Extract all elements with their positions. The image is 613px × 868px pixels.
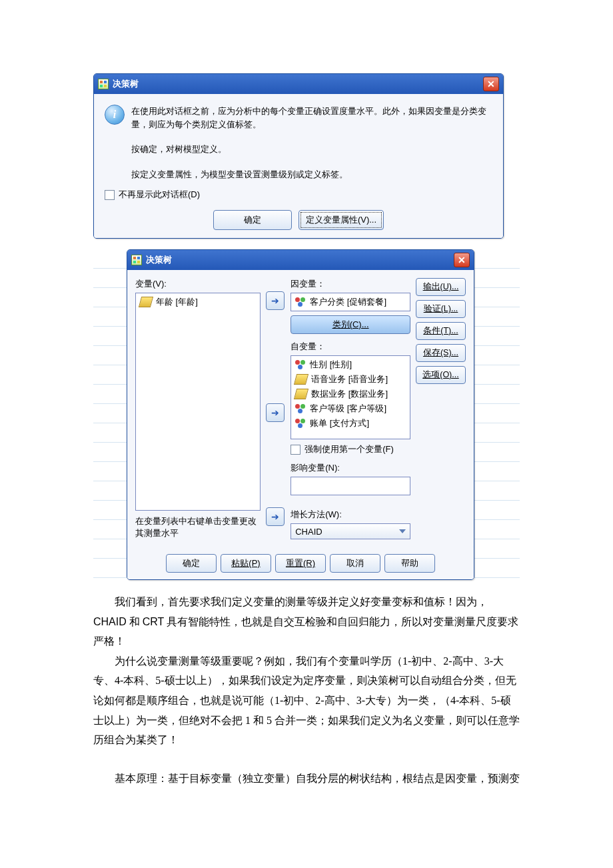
growth-method-label: 增长方法(W):	[291, 509, 410, 521]
dependent-field[interactable]: 客户分类 [促销套餐]	[291, 293, 410, 311]
dependent-label: 因变量：	[291, 278, 410, 290]
dialog-decision-tree: 决策树 ✕ 变量(V): 年龄 [年龄] 在变量列表中右键单击变量更改其测量水平	[127, 249, 474, 580]
force-first-checkbox[interactable]	[291, 445, 301, 455]
ok-button[interactable]: 确定	[213, 210, 292, 230]
independent-label: 自变量：	[291, 341, 410, 353]
ruler-icon	[139, 297, 153, 307]
help-button[interactable]: 帮助	[384, 554, 435, 573]
dialog-title: 决策树	[146, 254, 172, 266]
dont-show-label: 不再显示此对话框(D)	[119, 189, 200, 201]
paragraph: 我们看到，首先要求我们定义变量的测量等级并定义好变量变标和值标！因为，CHAID…	[93, 592, 520, 651]
nominal-icon	[295, 419, 306, 428]
move-to-dependent-button[interactable]: ➔	[266, 291, 285, 310]
validate-button[interactable]: 验证(L)...	[416, 300, 466, 318]
save-button[interactable]: 保存(S)...	[416, 344, 466, 362]
independent-listbox[interactable]: 性别 [性别] 语音业务 [语音业务] 数据业务 [数据业务] 客户等级 [客户…	[291, 355, 410, 439]
list-item[interactable]: 客户分类 [促销套餐]	[293, 295, 408, 309]
titlebar: 决策树 ✕	[127, 250, 474, 270]
list-item[interactable]: 性别 [性别]	[293, 357, 408, 372]
list-item[interactable]: 客户等级 [客户等级]	[293, 401, 408, 416]
variables-listbox[interactable]: 年龄 [年龄]	[135, 293, 261, 511]
app-icon	[98, 79, 109, 89]
ok-button[interactable]: 确定	[166, 554, 217, 573]
variables-label: 变量(V):	[135, 278, 261, 290]
titlebar: 决策树 ✕	[94, 74, 503, 94]
categories-button[interactable]: 类别(C)...	[291, 315, 410, 334]
close-icon[interactable]: ✕	[454, 253, 470, 267]
define-vars-button[interactable]: 定义变量属性(V)...	[299, 210, 384, 230]
app-icon	[131, 255, 142, 265]
hint-text: 在变量列表中右键单击变量更改其测量水平	[135, 516, 261, 539]
info-icon: i	[105, 105, 125, 125]
dont-show-checkbox[interactable]	[105, 190, 115, 200]
dialog-title: 决策树	[113, 78, 139, 90]
list-item[interactable]: 年龄 [年龄]	[137, 295, 259, 309]
paste-button[interactable]: 粘贴(P)	[221, 554, 271, 573]
info-paragraph: 按确定，对树模型定义。	[131, 143, 492, 156]
growth-method-select[interactable]: CHAID	[291, 523, 410, 539]
influence-label: 影响变量(N):	[291, 462, 410, 474]
info-paragraph: 按定义变量属性，为模型变量设置测量级别或定义标签。	[131, 168, 492, 181]
list-item[interactable]: 语音业务 [语音业务]	[293, 372, 408, 387]
dialog-button-row: 确定 粘贴(P) 重置(R) 取消 帮助	[127, 547, 474, 579]
ruler-icon	[294, 374, 308, 385]
nominal-icon	[295, 404, 306, 413]
cancel-button[interactable]: 取消	[330, 554, 380, 573]
options-button[interactable]: 选项(O)...	[416, 366, 466, 384]
paragraph: 为什么说变量测量等级重要呢？例如，我们有个变量叫学历（1-初中、2-高中、3-大…	[93, 651, 520, 750]
nominal-icon	[295, 360, 306, 369]
move-to-influence-button[interactable]: ➔	[266, 507, 285, 526]
article-body: 我们看到，首先要求我们定义变量的测量等级并定义好变量变标和值标！因为，CHAID…	[93, 592, 520, 788]
influence-field[interactable]	[291, 477, 410, 495]
force-first-label: 强制使用第一个变量(F)	[305, 443, 394, 455]
reset-button[interactable]: 重置(R)	[275, 554, 326, 573]
list-item[interactable]: 账单 [支付方式]	[293, 416, 408, 431]
chevron-down-icon	[399, 529, 406, 533]
info-paragraph: 在使用此对话框之前，应为分析中的每个变量正确设置度量水平。此外，如果因变量是分类…	[131, 105, 492, 131]
dialog-measure-warning: 决策树 ✕ i 在使用此对话框之前，应为分析中的每个变量正确设置度量水平。此外，…	[93, 73, 504, 239]
output-button[interactable]: 输出(U)...	[416, 278, 466, 296]
nominal-icon	[295, 297, 306, 307]
move-to-independent-button[interactable]: ➔	[266, 403, 285, 422]
ruler-icon	[294, 389, 308, 399]
criteria-button[interactable]: 条件(T)...	[416, 322, 466, 340]
paragraph: 基本原理：基于目标变量（独立变量）自我分层的树状结构，根结点是因变量，预测变	[93, 769, 520, 789]
list-item[interactable]: 数据业务 [数据业务]	[293, 387, 408, 401]
close-icon[interactable]: ✕	[483, 77, 499, 91]
